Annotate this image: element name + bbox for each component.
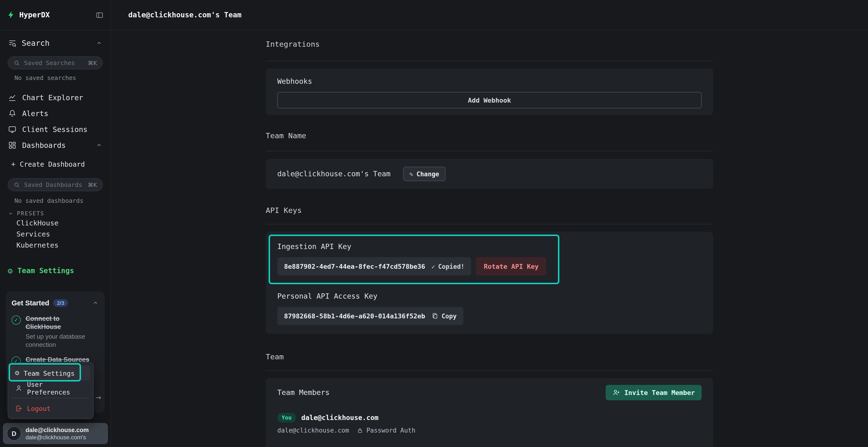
sidebar-item-alerts[interactable]: Alerts [0, 105, 111, 122]
get-started-header[interactable]: Get Started 2/3 [11, 297, 99, 309]
webhooks-label: Webhooks [277, 77, 702, 86]
rotate-api-key-button[interactable]: Rotate API Key [476, 257, 546, 276]
cmd-k-shortcut: ⌘K [88, 181, 97, 188]
get-started-item-desc: Set up your database connection [26, 332, 95, 349]
get-started-title: Get Started [11, 299, 49, 307]
sidebar-item-label: Client Sessions [22, 125, 88, 134]
check-circle-icon: ✓ [11, 315, 21, 325]
user-email: dale@clickhouse.com [26, 426, 89, 434]
change-team-name-button[interactable]: ✎ Change [403, 167, 445, 181]
sidebar-collapse-icon[interactable] [95, 11, 104, 19]
saved-dashboards-placeholder: Saved Dashboards [24, 181, 82, 188]
search-section-label: Search [22, 38, 50, 47]
invite-team-member-button[interactable]: Invite Team Member [606, 385, 702, 400]
copy-button[interactable]: Copy [431, 312, 457, 319]
ingestion-api-key-label: Ingestion API Key [277, 242, 702, 251]
section-title-team: Team [266, 353, 713, 361]
member-name: dale@clickhouse.com [301, 414, 378, 421]
chevron-up-icon[interactable] [95, 39, 103, 46]
sidebar-nav: Chart Explorer Alerts Client Sessions Da… [0, 90, 111, 153]
dashboard-grid-icon [8, 141, 17, 150]
team-members-card: Team Members Invite Team Member You dale… [266, 378, 713, 447]
saved-dashboards-input[interactable]: Saved Dashboards ⌘K [8, 178, 103, 191]
user-plus-icon [612, 389, 620, 397]
preset-item-services[interactable]: Services [0, 229, 111, 240]
presets-label: PRESETS [17, 210, 44, 217]
personal-api-key-label: Personal API Access Key [277, 292, 702, 301]
menu-divider [12, 398, 89, 398]
key-text: 87982668-58b1-4d6e-a620-014a136f52eb [284, 312, 425, 320]
section-title-integrations: Integrations [266, 40, 713, 49]
search-icon [13, 60, 20, 66]
section-title-team-name: Team Name [266, 132, 713, 140]
chevron-up-icon[interactable] [92, 300, 99, 306]
app-title: HyperDX [19, 10, 50, 19]
app-root: HyperDX Search Saved Searches ⌘K No save… [0, 0, 868, 447]
preset-item-kubernetes[interactable]: Kubernetes [0, 240, 111, 251]
bell-icon [8, 109, 17, 118]
cmd-k-shortcut: ⌘K [88, 60, 97, 66]
gear-icon: ⚙ [8, 267, 13, 275]
settings-content: Integrations Webhooks Add Webhook Team N… [111, 30, 868, 447]
create-dashboard-button[interactable]: + Create Dashboard [0, 157, 111, 171]
user-menu-item-user-preferences[interactable]: User Preferences [11, 381, 90, 396]
check-icon: ✓ [431, 263, 435, 270]
sidebar-item-label: Dashboards [22, 141, 66, 149]
saved-searches-placeholder: Saved Searches [24, 59, 75, 66]
no-saved-dashboards-note: No saved dashboards [14, 197, 111, 205]
monitor-icon [8, 125, 17, 134]
user-menu-popup: ⚙ Team Settings User Preferences Logout [8, 362, 94, 419]
arrow-right-icon: → [95, 393, 101, 401]
section-title-api-keys: API Keys [266, 206, 713, 215]
clipboard-icon [431, 313, 438, 319]
saved-searches-input[interactable]: Saved Searches ⌘K [8, 56, 103, 69]
copy-label: Copy [441, 312, 457, 319]
get-started-item-connect[interactable]: ✓ Connect to ClickHouse Set up your data… [11, 314, 99, 349]
sidebar-item-client-sessions[interactable]: Client Sessions [0, 122, 111, 137]
search-section-icon [8, 38, 17, 47]
auth-label: Password Auth [366, 427, 415, 434]
pencil-icon: ✎ [409, 170, 413, 177]
logout-icon [15, 404, 23, 412]
presets-toggle[interactable]: PRESETS [8, 209, 103, 218]
user-menu-item-logout[interactable]: Logout [11, 401, 90, 416]
add-webhook-button[interactable]: Add Webhook [277, 92, 702, 108]
section-divider [266, 151, 713, 151]
copied-indicator: ✓ Copied! [431, 263, 464, 270]
user-menu-item-team-settings[interactable]: ⚙ Team Settings [11, 366, 90, 381]
chart-icon [8, 93, 17, 102]
lock-icon [356, 427, 363, 434]
user-account-row[interactable]: D dale@clickhouse.com dale@clickhouse.co… [3, 423, 108, 444]
sidebar-item-chart-explorer[interactable]: Chart Explorer [0, 90, 111, 105]
user-menu-label: Logout [27, 404, 51, 412]
team-member-row: You dale@clickhouse.com [277, 413, 702, 422]
ingestion-key-row: 8e887902-4ed7-44ea-8fec-f47cd578be36 ✓ C… [277, 257, 702, 276]
user-menu-label: User Preferences [27, 380, 86, 396]
sidebar-item-team-settings[interactable]: ⚙ Team Settings [0, 264, 111, 278]
sidebar-header: HyperDX [0, 0, 111, 30]
team-settings-label: Team Settings [18, 266, 74, 275]
personal-api-key-value[interactable]: 87982668-58b1-4d6e-a620-014a136f52eb Cop… [277, 307, 463, 325]
get-started-progress-badge: 2/3 [53, 299, 68, 307]
member-email: dale@clickhouse.com [277, 427, 349, 434]
hyperdx-logo-icon [7, 10, 16, 19]
invite-label: Invite Team Member [624, 389, 695, 397]
sidebar-section-search[interactable]: Search [0, 36, 111, 49]
preset-item-clickhouse[interactable]: ClickHouse [0, 218, 111, 229]
sidebar-item-dashboards[interactable]: Dashboards [0, 137, 111, 153]
section-divider [266, 61, 713, 61]
ingestion-api-key-value[interactable]: 8e887902-4ed7-44ea-8fec-f47cd578be36 ✓ C… [277, 257, 471, 276]
team-name-card: dale@clickhouse.com's Team ✎ Change [266, 159, 713, 189]
team-members-label: Team Members [277, 388, 330, 397]
team-name-value: dale@clickhouse.com's Team [277, 170, 391, 178]
plus-icon: + [11, 160, 16, 169]
sidebar-item-label: Chart Explorer [22, 93, 83, 102]
chevron-up-icon[interactable] [95, 142, 103, 149]
page-header: dale@clickhouse.com's Team [111, 0, 868, 30]
page-title: dale@clickhouse.com's Team [128, 10, 242, 19]
sidebar-item-label: Alerts [22, 109, 48, 118]
user-icon [15, 384, 23, 392]
sidebar: HyperDX Search Saved Searches ⌘K No save… [0, 0, 111, 447]
change-label: Change [416, 170, 439, 177]
you-badge: You [277, 413, 296, 422]
